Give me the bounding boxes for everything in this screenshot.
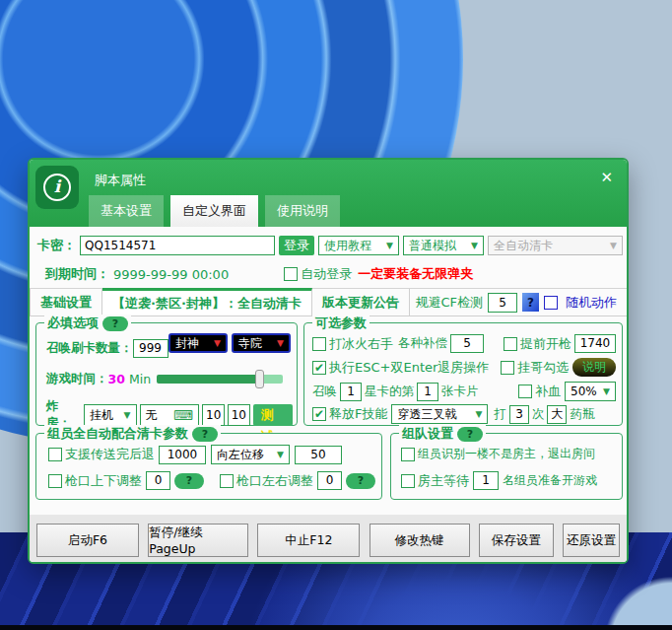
info-glyph: i [54,178,60,195]
support-input[interactable]: 1000 [159,446,206,464]
keyboard-icon: ⌨ [173,407,193,423]
summon-count-input[interactable]: 999 [133,339,168,358]
game-time-slider[interactable] [157,375,283,384]
bomb-mode-value: 挂机 [90,407,113,424]
subtab-basic[interactable]: 基础设置 [30,289,102,315]
muzzle-v-label[interactable]: 枪口上下调整 [65,472,142,490]
chevron-down-icon: ▼ [214,338,221,348]
muzzle-v-checkbox[interactable] [48,474,62,488]
save-settings-button[interactable]: 保存设置 [479,524,554,557]
simulation-select[interactable]: 普通模拟 ▼ [403,236,484,255]
bomb-delay1-input[interactable]: 10 [202,404,225,426]
heal-select[interactable]: 50% ▼ [565,382,616,401]
support-checkbox[interactable] [48,448,62,461]
muzzle-v-input[interactable]: 0 [146,471,170,490]
required-help-icon[interactable]: ? [102,316,128,331]
shift-input[interactable]: 50 [295,446,342,464]
wait-label[interactable]: 房主等待 [418,472,469,490]
tab-basic-settings[interactable]: 基本设置 [89,195,164,227]
summon-star-input[interactable]: 1 [340,383,362,401]
window-title: 脚本属性 [95,172,146,189]
subtab-update-notice[interactable]: 版本更新公告 [312,289,410,315]
sub-tabs: 基础设置 【逆袭·禁区·封神】：全自动清卡 版本更新公告 规避CF检测 5 ? … [30,288,627,316]
compensation-input[interactable]: 5 [450,334,484,353]
main-tabs: 基本设置 自定义界面 使用说明 [89,195,340,227]
hit-count-input[interactable]: 3 [509,405,529,424]
member-coop-title: 组员全自动配合清卡参数 [47,425,188,443]
member-help-icon[interactable]: ? [192,427,218,442]
map-select-2-value: 寺院 [238,335,262,352]
random-action-checkbox[interactable] [544,296,558,310]
chevron-down-icon: ▼ [277,450,284,459]
muzzle-v-help-icon[interactable]: ? [174,473,204,489]
explain-button[interactable]: 说明 [572,358,616,377]
icefire-label[interactable]: 打冰火右手 [329,335,393,353]
map-select-1[interactable]: 封神 ▼ [168,333,228,353]
edit-hotkey-button[interactable]: 修改热键 [370,524,470,557]
card-key-input[interactable]: QQ1514571 [80,236,275,255]
icefire-checkbox[interactable] [312,337,326,351]
team-help-icon[interactable]: ? [457,427,483,442]
shift-select[interactable]: 向左位移 ▼ [211,445,290,464]
cf-detect-label: 规避CF检测 [415,294,483,312]
bomb-delay2-input[interactable]: 10 [228,404,250,426]
chevron-down-icon: ▼ [476,409,483,419]
tutorial-select[interactable]: 使用教程 ▼ [318,236,399,255]
card-key-label: 卡密： [37,237,76,254]
subtab-auto-clear[interactable]: 【逆袭·禁区·封神】：全自动清卡 [102,288,312,315]
chevron-down-icon: ▼ [471,241,478,250]
star-label: 星卡的第 [365,384,414,400]
check-icon: ✔ [314,362,324,374]
start-button[interactable]: 启动F6 [36,524,139,557]
cf-help-icon[interactable]: ? [522,293,539,312]
skill-select-value: 穿透三叉戟 [397,406,456,423]
potion-label: 药瓶 [570,406,594,423]
heal-label[interactable]: 补血 [535,383,561,400]
leader-check-checkbox[interactable] [401,448,415,461]
esc-exit-label[interactable]: 执行ESC+双Enter退房操作 [329,359,489,377]
auto-login-label[interactable]: 自动登录 [301,265,352,283]
bomb-hotkey-button[interactable]: 无 ⌨ [140,404,200,426]
skill-select[interactable]: 穿透三叉戟 ▼ [391,404,488,424]
leader-check-label[interactable]: 组员识别一楼不是房主，退出房间 [418,446,595,462]
prefire-label[interactable]: 提前开枪 [520,335,571,353]
guage-checkbox[interactable] [501,361,514,375]
abort-button[interactable]: 中止F12 [257,524,360,557]
slider-thumb[interactable] [255,370,264,388]
tab-custom-interface[interactable]: 自定义界面 [170,195,258,227]
hit-label: 打 [494,406,506,423]
bomb-mode-select[interactable]: 挂机 ▼ [84,404,136,426]
muzzle-h-checkbox[interactable] [220,474,234,488]
team-row-1: 组员识别一楼不是房主，退出房间 [401,446,618,462]
tab-usage-instructions[interactable]: 使用说明 [265,195,340,227]
app-info-icon: i [35,166,79,209]
pause-resume-button[interactable]: 暂停/继续PageUp [148,524,248,557]
skill-checkbox[interactable]: ✔ [312,407,326,421]
bomb-hotkey-value: 无 [146,407,158,424]
wait-checkbox[interactable] [401,474,415,488]
guage-label[interactable]: 挂哥勾选 [517,359,569,377]
esc-exit-checkbox[interactable]: ✔ [312,361,326,375]
potion-size-input[interactable]: 大 [547,405,567,424]
muzzle-h-label[interactable]: 枪口左右调整 [236,472,313,490]
cf-detect-input[interactable]: 5 [488,293,517,313]
auto-login-checkbox[interactable] [284,267,298,281]
required-options-group: 必填选项 ? 召唤刷卡数量： 999 封神 ▼ 寺院 ▼ 游戏时间： 30 [35,322,298,426]
muzzle-h-help-icon[interactable]: ? [346,473,375,489]
skill-label[interactable]: 释放F技能 [329,405,387,423]
test-button[interactable]: 测试 [253,404,293,426]
heal-checkbox[interactable] [518,385,532,398]
prefire-checkbox[interactable] [504,337,517,351]
card-index-input[interactable]: 1 [417,383,438,401]
member-coop-legend: 组员全自动配合清卡参数 ? [44,425,221,443]
login-button[interactable]: 登录 [279,236,314,255]
support-label[interactable]: 支援传送完后退 [65,446,155,463]
team-settings-legend: 组队设置 ? [399,425,486,443]
prefire-input[interactable]: 1740 [574,334,616,353]
muzzle-h-input[interactable]: 0 [317,471,342,490]
wait-count-input[interactable]: 1 [473,471,499,490]
close-icon[interactable]: ✕ [600,169,613,186]
restore-settings-button[interactable]: 还原设置 [563,524,620,557]
map-select-2[interactable]: 寺院 ▼ [232,333,291,353]
random-action-label[interactable]: 随机动作 [566,294,617,312]
